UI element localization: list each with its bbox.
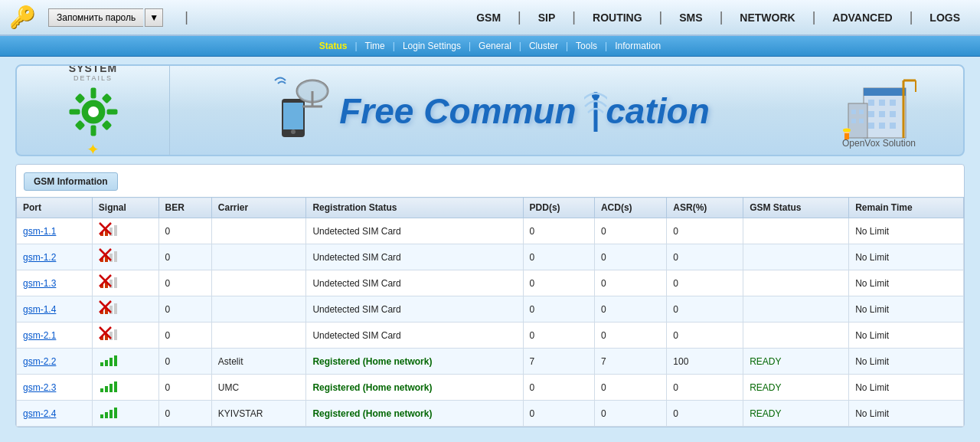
signal-icon-red	[99, 274, 120, 290]
svg-point-13	[291, 129, 296, 134]
subnav-time[interactable]: Time	[358, 39, 393, 53]
svg-rect-83	[114, 408, 117, 418]
openvox-area: OpenVox Solution	[810, 73, 948, 149]
cell-port: gsm-2.2	[17, 349, 93, 375]
cell-asr: 0	[667, 244, 743, 270]
svg-rect-51	[114, 251, 117, 262]
col-carrier: Carrier	[211, 198, 306, 218]
svg-rect-24	[890, 100, 896, 106]
signal-icon-green	[99, 404, 120, 420]
cell-gsm-status	[743, 218, 849, 244]
cell-signal	[92, 296, 158, 322]
nav-links: GSM | SIP | ROUTING | SMS | NETWORK | AD…	[194, 8, 971, 27]
cell-signal	[92, 349, 158, 375]
cell-remain-time: No Limit	[849, 296, 964, 322]
col-port: Port	[17, 198, 93, 218]
cell-remain-time: No Limit	[849, 375, 964, 401]
cell-gsm-status: READY	[743, 375, 849, 401]
gsm-table: Port Signal BER Carrier Registration Sta…	[16, 197, 964, 427]
star-decoration: ✦	[87, 140, 100, 156]
system-label: SYSTEM	[69, 64, 118, 74]
svg-rect-78	[109, 384, 113, 392]
cell-remain-time: No Limit	[849, 218, 964, 244]
svg-rect-38	[843, 129, 851, 132]
signal-icon-green	[99, 352, 120, 368]
cell-acd: 0	[594, 322, 666, 349]
nav-advanced[interactable]: ADVANCED	[822, 8, 903, 27]
nav-sep-0: |	[185, 9, 188, 25]
subnav-cluster[interactable]: Cluster	[521, 39, 566, 53]
cell-ber: 0	[158, 349, 211, 375]
svg-rect-2	[90, 126, 96, 136]
cell-ber: 0	[158, 270, 211, 296]
port-link[interactable]: gsm-1.3	[23, 278, 56, 289]
subnav-general[interactable]: General	[471, 39, 519, 53]
table-row: gsm-1.40Undetected SIM Card000No Limit	[17, 296, 964, 322]
nav-sip[interactable]: SIP	[528, 8, 567, 27]
subnav-tools[interactable]: Tools	[568, 39, 605, 53]
banner: SYSTEM DETAILS ✦	[15, 64, 965, 156]
port-link[interactable]: gsm-1.4	[23, 304, 56, 315]
logo-area: 🔑	[9, 5, 36, 30]
svg-rect-21	[864, 88, 906, 96]
svg-rect-69	[114, 329, 117, 340]
remember-password-area: Запомнить пароль ▼	[48, 8, 163, 27]
cell-acd: 0	[594, 401, 666, 427]
dropdown-arrow-button[interactable]: ▼	[145, 8, 163, 27]
cell-carrier: KYIVSTAR	[211, 401, 306, 427]
svg-rect-28	[868, 123, 874, 129]
cell-gsm-status	[743, 244, 849, 270]
cell-signal	[92, 218, 158, 244]
port-link[interactable]: gsm-2.2	[23, 356, 56, 367]
cell-ber: 0	[158, 322, 211, 349]
cell-gsm-status	[743, 322, 849, 349]
svg-rect-79	[114, 381, 117, 392]
cell-gsm-status: READY	[743, 401, 849, 427]
cell-carrier	[211, 244, 306, 270]
cell-ber: 0	[158, 218, 211, 244]
col-acd: ACD(s)	[594, 198, 666, 218]
svg-rect-8	[101, 120, 112, 131]
cell-port: gsm-2.1	[17, 322, 93, 349]
cell-pdd: 0	[523, 322, 594, 349]
details-label: DETAILS	[74, 74, 113, 82]
cell-gsm-status	[743, 270, 849, 296]
cell-port: gsm-1.1	[17, 218, 93, 244]
cell-acd: 0	[594, 244, 666, 270]
svg-rect-29	[879, 123, 885, 129]
nav-network[interactable]: NETWORK	[729, 8, 805, 27]
svg-rect-45	[114, 225, 117, 236]
cell-acd: 0	[594, 218, 666, 244]
svg-rect-76	[100, 388, 103, 392]
cell-remain-time: No Limit	[849, 349, 964, 375]
subnav-information[interactable]: Information	[607, 39, 668, 53]
col-remain-time: Remain Time	[849, 198, 964, 218]
svg-rect-81	[105, 412, 108, 418]
cell-ber: 0	[158, 296, 211, 322]
port-link[interactable]: gsm-2.4	[23, 408, 56, 419]
subnav-login-settings[interactable]: Login Settings	[395, 39, 469, 53]
table-row: gsm-1.10Undetected SIM Card000No Limit	[17, 218, 964, 244]
port-link[interactable]: gsm-1.1	[23, 226, 56, 237]
svg-rect-22	[868, 100, 874, 106]
cell-pdd: 7	[523, 349, 594, 375]
svg-rect-72	[100, 362, 103, 366]
nav-sms[interactable]: SMS	[668, 8, 713, 27]
remember-password-button[interactable]: Запомнить пароль	[48, 8, 143, 27]
svg-rect-33	[859, 110, 864, 114]
building-icon	[841, 73, 917, 142]
port-link[interactable]: gsm-2.1	[23, 330, 56, 341]
subnav-status[interactable]: Status	[312, 39, 355, 53]
table-row: gsm-1.20Undetected SIM Card000No Limit	[17, 244, 964, 270]
cell-asr: 0	[667, 322, 743, 349]
nav-gsm[interactable]: GSM	[466, 8, 511, 27]
nav-routing[interactable]: ROUTING	[582, 8, 653, 27]
nav-logs[interactable]: LOGS	[919, 8, 971, 27]
cell-reg-status: Registered (Home network)	[306, 401, 523, 427]
cell-pdd: 0	[523, 218, 594, 244]
svg-rect-32	[851, 110, 856, 114]
port-link[interactable]: gsm-2.3	[23, 382, 56, 393]
svg-rect-34	[851, 119, 856, 123]
cell-pdd: 0	[523, 270, 594, 296]
port-link[interactable]: gsm-1.2	[23, 252, 56, 263]
